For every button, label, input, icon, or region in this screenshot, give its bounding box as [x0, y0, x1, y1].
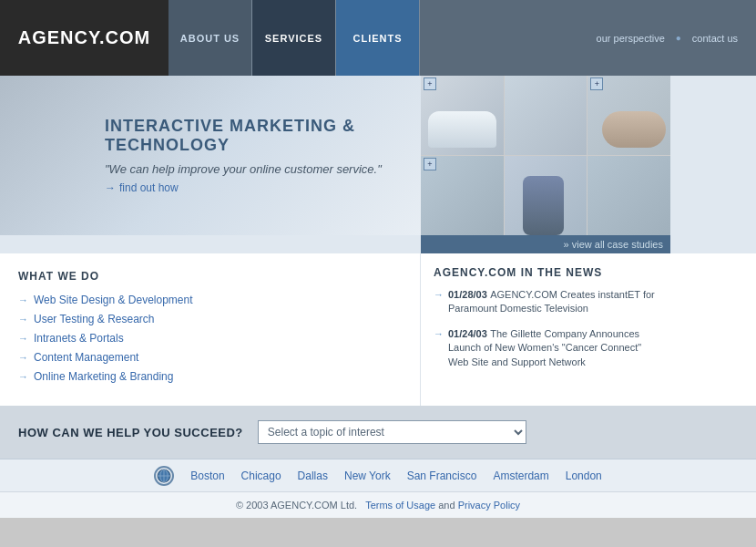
logo: AGENCY.COM: [18, 27, 151, 48]
nav-clients[interactable]: CLIENTS: [336, 0, 420, 76]
topic-select[interactable]: Select a topic of interestWeb Site Desig…: [258, 420, 526, 444]
hero-section: INTERACTIVE MARKETING & TECHNOLOGY "We c…: [0, 76, 756, 253]
hero-link[interactable]: → find out how: [105, 181, 421, 194]
city-link[interactable]: Boston: [190, 470, 224, 482]
case-cell-3[interactable]: +: [587, 76, 670, 155]
news-item: → 01/24/03 The Gillette Company Announce…: [434, 327, 658, 369]
sleeping-image: [602, 111, 666, 148]
main-content: WHAT WE DO →Web Site Design & Developmen…: [0, 253, 756, 406]
expand-icon-3[interactable]: +: [590, 77, 603, 90]
news-date: 01/24/03: [448, 328, 487, 339]
city-link[interactable]: Amsterdam: [493, 470, 548, 482]
case-grid: + + +: [421, 76, 670, 235]
help-question: HOW CAN WE HELP YOU SUCCEED?: [18, 426, 243, 439]
city-link[interactable]: Chicago: [241, 470, 281, 482]
right-nav: our perspective ● contact us: [420, 0, 756, 76]
cities-list: BostonChicagoDallasNew YorkSan Francisco…: [190, 470, 602, 482]
hero-quote: "We can help improve your online custome…: [105, 162, 421, 176]
hero-link-text[interactable]: find out how: [119, 181, 179, 194]
services-list: →Web Site Design & Development→User Test…: [18, 294, 402, 383]
terms-link[interactable]: Terms of Usage: [365, 500, 435, 511]
footer-and: and: [438, 500, 455, 511]
city-link[interactable]: Dallas: [298, 470, 328, 482]
rescue-image: [523, 176, 564, 235]
hero-left: INTERACTIVE MARKETING & TECHNOLOGY "We c…: [0, 76, 421, 235]
news-section: AGENCY.COM IN THE NEWS → 01/28/03 AGENCY…: [421, 253, 670, 406]
city-link[interactable]: New York: [344, 470, 391, 482]
arrow-icon: →: [18, 352, 28, 363]
news-date: 01/28/03: [448, 289, 487, 300]
car-image: [428, 111, 496, 148]
news-content: 01/28/03 AGENCY.COM Creates instantET fo…: [448, 288, 658, 316]
case-cell-4[interactable]: +: [421, 156, 504, 235]
case-cell-5[interactable]: [505, 156, 587, 235]
service-item[interactable]: →User Testing & Research: [18, 313, 402, 325]
news-title: AGENCY.COM IN THE NEWS: [434, 266, 658, 279]
nav-dot: ●: [676, 33, 681, 43]
hero-arrow: →: [105, 181, 116, 194]
perspective-link[interactable]: our perspective: [597, 33, 665, 44]
help-bar: HOW CAN WE HELP YOU SUCCEED? Select a to…: [0, 406, 756, 459]
service-item[interactable]: →Content Management: [18, 351, 402, 364]
logo-area: AGENCY.COM: [0, 0, 169, 76]
arrow-icon: →: [18, 314, 28, 325]
nav-services[interactable]: SERVICES: [252, 0, 336, 76]
city-link[interactable]: San Francisco: [407, 470, 477, 482]
service-item[interactable]: →Intranets & Portals: [18, 332, 402, 345]
arrow-icon: →: [18, 294, 28, 305]
service-item[interactable]: →Web Site Design & Development: [18, 294, 402, 306]
news-content: 01/24/03 The Gillette Company Announces …: [448, 327, 658, 369]
globe-icon: [154, 466, 174, 486]
view-all-bar[interactable]: » view all case studies: [421, 235, 670, 253]
hero-text-area: INTERACTIVE MARKETING & TECHNOLOGY "We c…: [0, 76, 421, 235]
right-panel: + + + » view all case studies: [421, 76, 670, 253]
nav-about[interactable]: ABOUT US: [169, 0, 252, 76]
header: AGENCY.COM ABOUT US SERVICES CLIENTS our…: [0, 0, 756, 76]
city-link[interactable]: London: [566, 470, 602, 482]
copyright: © 2003 AGENCY.COM Ltd.: [236, 500, 357, 511]
news-item: → 01/28/03 AGENCY.COM Creates instantET …: [434, 288, 658, 316]
footer: © 2003 AGENCY.COM Ltd. Terms of Usage an…: [0, 491, 756, 518]
arrow-icon: →: [18, 371, 28, 382]
arrow-icon: →: [18, 333, 28, 344]
news-arrow: →: [434, 289, 444, 316]
case-cell-6[interactable]: [587, 156, 670, 235]
news-list: → 01/28/03 AGENCY.COM Creates instantET …: [434, 288, 658, 369]
contact-link[interactable]: contact us: [692, 33, 738, 44]
case-cell-1[interactable]: +: [421, 76, 504, 155]
globe-svg: [157, 469, 171, 483]
cities-bar: BostonChicagoDallasNew YorkSan Francisco…: [0, 459, 756, 491]
news-arrow: →: [434, 328, 444, 369]
what-we-do-title: WHAT WE DO: [18, 270, 402, 283]
expand-icon-1[interactable]: +: [424, 77, 436, 90]
expand-icon-4[interactable]: +: [424, 158, 436, 170]
privacy-link[interactable]: Privacy Policy: [458, 500, 520, 511]
what-we-do-section: WHAT WE DO →Web Site Design & Developmen…: [0, 253, 421, 406]
hero-title: INTERACTIVE MARKETING & TECHNOLOGY: [105, 117, 421, 155]
case-cell-2[interactable]: [505, 76, 587, 155]
service-item[interactable]: →Online Marketing & Branding: [18, 370, 402, 383]
